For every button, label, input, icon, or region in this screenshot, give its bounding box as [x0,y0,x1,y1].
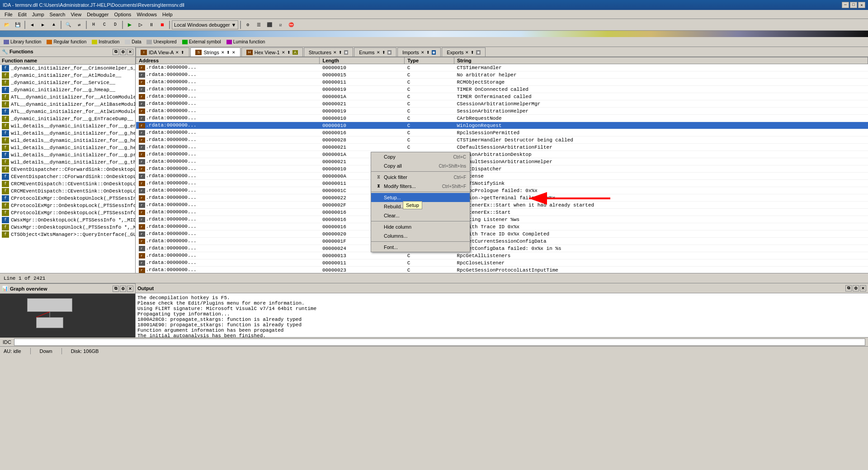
idc-input[interactable] [14,338,865,346]
tab-arrow-enums[interactable]: ⬆ [382,50,386,55]
func-item-3[interactable]: f_dynamic_initializer_for__g_hHeap__ [0,86,135,94]
tb-back[interactable]: ◀ [27,20,37,29]
func-item-15[interactable]: fCEventDispatcher::CForwardSink::OnDeskt… [0,173,135,180]
func-item-19[interactable]: fCProtocolExMgr::OnDesktopLock(_PTSSessI… [0,202,135,209]
table-row-6[interactable]: r.rdata:0000000...00000019CSessionArbitr… [136,108,868,115]
func-item-7[interactable]: f_dynamic_initializer_for__g_EnTraceDump… [0,115,135,122]
nav-bar[interactable] [0,31,868,37]
table-row-5[interactable]: r.rdata:0000000...00000021CCSessionArbit… [136,100,868,108]
tab-arrow-structures[interactable]: ⬆ [339,50,342,55]
table-row-23[interactable]: r.rdata:0000000...00000020C%s with Trace… [136,230,868,238]
ctx-setup[interactable]: Setup... [371,193,470,202]
table-row-26[interactable]: r.rdata:0000000...00000013CRpcGetAllList… [136,252,868,259]
tab-close-structures[interactable]: ✕ [333,50,337,55]
table-row-1[interactable]: r.rdata:0000000...00000015CNo arbitrator… [136,71,868,79]
tb-pause[interactable]: ⏸ [146,20,156,29]
tb-xref[interactable]: ⇄ [74,20,84,29]
panel-detach-btn[interactable]: ⧉ [113,49,119,55]
tb-run-hollow[interactable]: ▷ [136,20,146,29]
minimize-button[interactable]: — [842,2,849,8]
output-body[interactable]: The decompilation hotkey is F5.Please ch… [136,293,868,337]
tab-close-imports[interactable]: ✕ [421,50,425,55]
table-row-4[interactable]: r.rdata:0000000...0000001ACTIMER OnTermi… [136,93,868,100]
tab-imports[interactable]: Imports ✕ ⬆ ■ [397,47,441,56]
menu-options[interactable]: Options [111,11,134,18]
table-row-2[interactable]: r.rdata:0000000...00000011CRCMObjectStor… [136,79,868,86]
graph-body[interactable] [0,294,135,338]
tb-plugin5[interactable]: ⛔ [286,20,296,29]
menu-view[interactable]: View [68,11,84,18]
tab-arrow-imports[interactable]: ⬆ [426,50,430,55]
menu-jump[interactable]: Jump [29,11,47,18]
tb-plugin2[interactable]: ☰ [254,20,264,29]
context-menu[interactable]: Copy Ctrl+C Copy all Ctrl+Shift+Ins ⧖Qui… [371,152,470,252]
func-item-0[interactable]: f_dynamic_initializer_for__CrimsonHelper… [0,65,135,72]
func-item-20[interactable]: fCProtocolExMgr::OnDesktopLock(_PTSSessI… [0,209,135,216]
menu-edit[interactable]: Edit [15,11,29,18]
table-row-9[interactable]: r.rdata:0000000...00000016CRpclsSessionP… [136,129,868,136]
ctx-modify-filters[interactable]: ⧗Modify filters... Ctrl+Shift+F [371,182,470,191]
table-row-28[interactable]: r.rdata:0000000...00000023CRpcGetSession… [136,267,868,273]
table-row-20[interactable]: r.rdata:0000000...00000016CCListenerEx::… [136,209,868,216]
func-item-2[interactable]: f_dynamic_initializer_for__Service__ [0,79,135,86]
table-row-24[interactable]: r.rdata:0000000...0000001FCRpcGetCurrent… [136,238,868,245]
table-row-15[interactable]: r.rdata:0000000...0000000ACTSLicense [136,173,868,180]
table-row-22[interactable]: r.rdata:0000000...00000016C%s with Trace… [136,223,868,230]
func-item-21[interactable]: fCWsxMgr::OnDesktopLock(_PTSSessInfo *,_… [0,216,135,224]
tb-debugger-select[interactable]: Local Windows debugger ▼ [172,20,238,29]
tab-hex[interactable]: H Hex View-1 ✕ ⬆ A [241,47,303,56]
tab-enums[interactable]: Enums ✕ ⬆ ■ [354,47,396,56]
functions-list[interactable]: f_dynamic_initializer_for__CrimsonHelper… [0,65,135,273]
tb-save[interactable]: 💾 [13,20,23,29]
output-settings-btn[interactable]: ⚙ [853,285,859,291]
func-item-18[interactable]: fCProtocolExMgr::OnDesktopUnlock(_PTSSes… [0,195,135,202]
func-item-22[interactable]: fCWsxMgr::OnDesktopUnlock(_PTSSessInfo *… [0,224,135,231]
table-row-17[interactable]: r.rdata:0000000...0000001CCRCMRpcPrologu… [136,187,868,194]
func-item-13[interactable]: fwil_details__dynamic_initializer_for__g… [0,159,135,166]
table-row-12[interactable]: r.rdata:0000000...0000001ACSessionArbitr… [136,151,868,158]
ctx-clear[interactable]: Clear... [371,211,470,220]
tab-strings[interactable]: S Strings ✕ ⬆ ✕ [190,47,240,56]
func-item-17[interactable]: fCRCMEventDispatch::CEventSink::OnDeskto… [0,188,135,195]
menu-search[interactable]: Search [47,11,68,18]
maximize-button[interactable]: □ [850,2,857,8]
func-item-10[interactable]: fwil_details__dynamic_initializer_for__g… [0,137,135,144]
ctx-columns[interactable]: Columns... [371,231,470,240]
tab-x-strings[interactable]: ✕ [232,50,236,55]
tab-close-hex[interactable]: ✕ [282,50,285,55]
ctx-rebuild[interactable]: Rebuild... Setup [371,202,470,211]
tab-close-enums[interactable]: ✕ [377,50,380,55]
table-row-10[interactable]: r.rdata:0000000...00000028CCTSTimerHandl… [136,136,868,144]
table-row-3[interactable]: r.rdata:0000000...00000019CTIMER OnConne… [136,86,868,93]
func-item-9[interactable]: fwil_details__dynamic_initializer_for__g… [0,130,135,137]
tb-run-green[interactable]: ▶ [125,20,135,29]
menu-file[interactable]: File [2,11,15,18]
tb-plugin4[interactable]: ☑ [275,20,285,29]
table-row-25[interactable]: r.rdata:0000000...00000024CRpcGetConfigD… [136,245,868,252]
func-item-12[interactable]: fwil_details__dynamic_initializer_for__g… [0,151,135,159]
output-detach-btn[interactable]: ⧉ [845,285,852,291]
table-row-19[interactable]: r.rdata:0000000...0000002FCCListenerEx::… [136,202,868,209]
tb-data[interactable]: D [110,20,120,29]
table-row-14[interactable]: r.rdata:0000000...00000010CEventDispatch… [136,165,868,173]
menu-help[interactable]: Help [160,11,175,18]
table-row-0[interactable]: r.rdata:0000000...00000010CCTSTimerHandl… [136,64,868,71]
tab-close-ida[interactable]: ✕ [175,50,179,55]
func-item-8[interactable]: fwil_details__dynamic_initializer_for__g… [0,122,135,130]
ctx-hide-col[interactable]: Hide column [371,222,470,231]
table-row-27[interactable]: r.rdata:0000000...00000011CRpcCloseListe… [136,259,868,267]
panel-settings-btn[interactable]: ⚙ [120,49,126,55]
table-row-7[interactable]: r.rdata:0000000...00000010CCArbRequestNo… [136,115,868,122]
panel-close-btn[interactable]: ✕ [127,49,133,55]
graph-settings-btn[interactable]: ⚙ [120,286,126,292]
func-item-14[interactable]: fCEventDispatcher::CForwardSink::OnDeskt… [0,166,135,173]
tb-up[interactable]: ▲ [49,20,59,29]
graph-close-btn[interactable]: ✕ [127,286,133,292]
func-item-11[interactable]: fwil_details__dynamic_initializer_for__g… [0,144,135,151]
tb-plugin3[interactable]: ⬛ [264,20,274,29]
func-item-23[interactable]: fCTSObject<IWtsManager>::QueryInterface(… [0,231,135,238]
table-row-16[interactable]: r.rdata:0000000...00000011CCDefTSNotifyS… [136,180,868,187]
table-row-13[interactable]: r.rdata:0000000...00000021CCDefaultSessi… [136,158,868,165]
tab-close-strings[interactable]: ✕ [221,50,225,55]
tb-stop[interactable]: ⏹ [157,20,167,29]
